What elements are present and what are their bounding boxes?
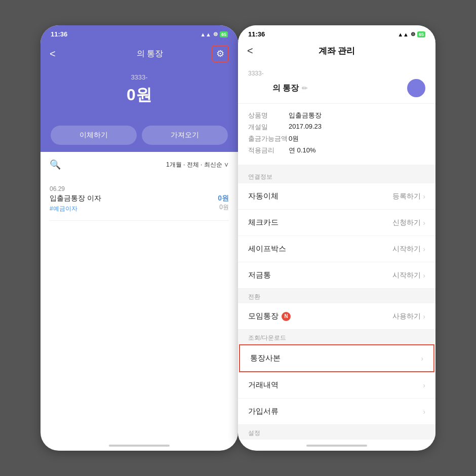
- settings-button[interactable]: ⚙: [212, 45, 229, 62]
- account-number: 3333-: [51, 73, 228, 81]
- right-signal-icon: ▲▲: [398, 31, 409, 37]
- section-header-inquiry: 조회/다운로드: [238, 330, 435, 344]
- left-back-button[interactable]: <: [50, 48, 56, 60]
- right-account-number: 3333-: [248, 70, 425, 77]
- transfer-button[interactable]: 이체하기: [51, 126, 137, 145]
- right-status-bar: 11:36 ▲▲ ⊜ 65: [238, 25, 435, 41]
- section-header-connection: 연결정보: [238, 169, 435, 183]
- left-time: 11:36: [51, 30, 67, 38]
- right-back-button[interactable]: <: [247, 45, 253, 57]
- chevron-icon: ›: [423, 408, 425, 416]
- left-battery: 65: [220, 31, 228, 37]
- menu-item-safebox[interactable]: 세이프박스 시작하기 ›: [238, 236, 435, 262]
- chevron-icon: ›: [423, 312, 425, 321]
- info-row-product: 상품명 입출금통장: [248, 111, 425, 120]
- filter-text[interactable]: 1개월 · 전체 · 최신순 ∨: [166, 161, 229, 169]
- action-buttons-row: 이체하기 가져오기: [41, 118, 238, 152]
- account-banner: 3333- 0원: [41, 68, 238, 118]
- info-row-rate: 적용금리 연 0.10%: [248, 146, 425, 155]
- gear-icon: ⚙: [216, 48, 224, 59]
- new-badge: N: [282, 312, 291, 321]
- menu-item-auto-transfer[interactable]: 자동이체 등록하기 ›: [238, 183, 435, 210]
- chevron-icon: ›: [423, 245, 425, 253]
- home-indicator-right: [306, 445, 367, 447]
- account-avatar: [407, 79, 425, 97]
- tx-name: 입출금통장 이자: [50, 194, 101, 203]
- table-row: 06.29 입출금통장 이자 #예금이자 0원 0원: [50, 178, 229, 221]
- tx-amount: 0원: [218, 194, 229, 203]
- right-battery: 65: [417, 31, 425, 37]
- chevron-icon: ›: [423, 219, 425, 227]
- right-phone: 11:36 ▲▲ ⊜ 65 < 계좌 관리 3333- 의 통장 ✏: [238, 25, 435, 451]
- left-status-bar: 11:36 ▲▲ ⊜ 65: [41, 25, 238, 41]
- left-wifi-icon: ⊜: [213, 31, 218, 37]
- transaction-area: 🔍 1개월 · 전체 · 최신순 ∨ 06.29 입출금통장 이자 #예금이자 …: [41, 152, 238, 228]
- chevron-icon: ›: [421, 354, 423, 363]
- section-header-settings: 설정: [238, 425, 435, 440]
- chevron-icon: ›: [423, 271, 425, 280]
- menu-item-piggybank[interactable]: 저금통 시작하기 ›: [238, 262, 435, 289]
- account-section: 3333- 의 통장 ✏: [238, 63, 435, 104]
- left-phone: 11:36 ▲▲ ⊜ 65 < 의 통장 ⚙ 3333- 0원 이체하기 가져오…: [41, 25, 238, 451]
- menu-item-documents[interactable]: 가입서류 ›: [238, 399, 435, 425]
- tx-tag: #예금이자: [50, 205, 101, 213]
- left-header: < 의 통장 ⚙: [41, 41, 238, 68]
- right-header: < 계좌 관리: [238, 41, 435, 63]
- right-page-title: 계좌 관리: [319, 45, 355, 57]
- left-account-title: 의 통장: [104, 49, 163, 59]
- menu-item-group-account[interactable]: 모임통장 N 사용하기 ›: [238, 303, 435, 330]
- search-filter-row: 🔍 1개월 · 전체 · 최신순 ∨: [50, 159, 229, 170]
- left-signal-icon: ▲▲: [200, 31, 211, 37]
- tx-date: 06.29: [50, 185, 229, 192]
- receive-button[interactable]: 가져오기: [142, 126, 228, 145]
- tx-balance: 0원: [218, 203, 229, 212]
- home-indicator: [109, 445, 170, 447]
- balance-amount: 0원: [51, 84, 228, 106]
- info-section: 상품명 입출금통장 개설일 2017.09.23 출금가능금액 0원 적용금리 …: [238, 104, 435, 169]
- search-icon[interactable]: 🔍: [50, 159, 61, 170]
- right-account-name: 의 통장: [248, 83, 299, 94]
- right-wifi-icon: ⊜: [411, 31, 415, 37]
- edit-icon[interactable]: ✏: [302, 84, 308, 92]
- right-time: 11:36: [248, 30, 265, 38]
- info-row-date: 개설일 2017.09.23: [248, 123, 425, 132]
- info-row-available: 출금가능금액 0원: [248, 134, 425, 143]
- chevron-icon: ›: [423, 192, 425, 201]
- section-header-conversion: 전환: [238, 289, 435, 303]
- menu-item-check-card[interactable]: 체크카드 신청하기 ›: [238, 210, 435, 236]
- menu-item-bankbook-copy[interactable]: 통장사본 ›: [239, 344, 434, 372]
- menu-item-transaction-history[interactable]: 거래내역 ›: [238, 372, 435, 399]
- chevron-icon: ›: [423, 381, 425, 389]
